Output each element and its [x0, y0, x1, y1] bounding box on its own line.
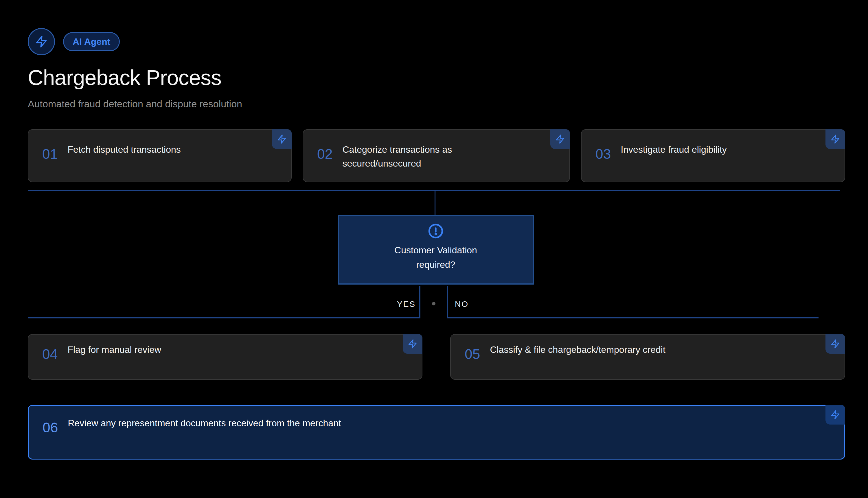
step-card-06[interactable]: 06 Review any representment documents re…: [28, 405, 845, 460]
step-number: 05: [465, 347, 480, 361]
step-card-04[interactable]: 04 Flag for manual review: [28, 334, 423, 380]
connector-no-stub: [447, 286, 448, 318]
step-number: 02: [317, 147, 333, 161]
agent-logo: [28, 28, 55, 55]
branch-label-yes: YES: [397, 299, 416, 309]
step-card-05[interactable]: 05 Classify & file chargeback/temporary …: [450, 334, 845, 380]
step-number: 03: [595, 147, 611, 161]
ai-agent-badge[interactable]: AI Agent: [63, 32, 120, 51]
connector-no-rail: [447, 317, 818, 318]
chargeback-process-page: AI Agent Chargeback Process Automated fr…: [0, 0, 868, 498]
step-card-01[interactable]: 01 Fetch disputed transactions: [28, 129, 292, 182]
step-number: 04: [42, 347, 57, 361]
page-title: Chargeback Process: [28, 65, 221, 90]
zap-icon: [272, 129, 292, 149]
zap-icon: [826, 334, 845, 354]
step-title: Fetch disputed transactions: [67, 143, 181, 156]
connector-yes-rail: [28, 317, 420, 318]
zap-icon: [403, 334, 423, 354]
step-title: Review any representment documents recei…: [68, 416, 341, 430]
zap-icon: [550, 129, 570, 149]
branch-label-no: NO: [455, 299, 469, 309]
step-card-03[interactable]: 03 Investigate fraud eligibility: [581, 129, 845, 182]
zap-icon: [826, 405, 845, 424]
step-title: Classify & file chargeback/temporary cre…: [490, 343, 665, 357]
alert-circle-icon: [428, 223, 443, 239]
step-title: Investigate fraud eligibility: [621, 143, 726, 156]
zap-icon: [35, 35, 48, 48]
decision-question: Customer Validation required?: [394, 243, 477, 272]
step-number: 06: [42, 421, 58, 435]
ai-agent-badge-label: AI Agent: [73, 37, 110, 47]
step-title: Flag for manual review: [67, 343, 161, 357]
step-card-02[interactable]: 02 Categorize transactions as secured/un…: [303, 129, 570, 182]
step-number: 01: [42, 147, 57, 161]
branch-center-dot: [432, 302, 436, 305]
page-subtitle: Automated fraud detection and dispute re…: [28, 98, 242, 109]
decision-node-customer-validation[interactable]: Customer Validation required?: [338, 215, 534, 285]
connector-yes-stub: [419, 286, 420, 318]
zap-icon: [826, 129, 845, 149]
connector-node-stub: [435, 191, 436, 215]
step-title: Categorize transactions as secured/unsec…: [342, 143, 452, 170]
connector-top-rail: [28, 190, 840, 191]
